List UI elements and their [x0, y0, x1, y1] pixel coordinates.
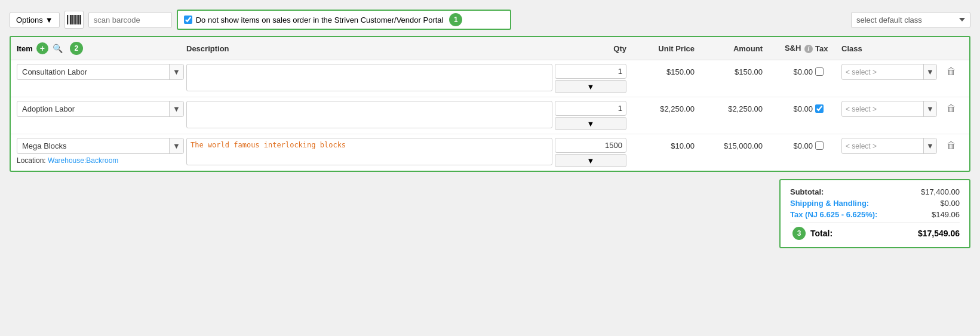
price-cell-3: $10.00 [629, 138, 695, 150]
qty-dropdown-arrow-2: ▼ [587, 119, 595, 128]
class-arrow-3[interactable]: ▼ [923, 138, 936, 153]
tax-cell-1 [815, 64, 839, 76]
item-dropdown-arrow-3[interactable]: ▼ [169, 138, 183, 153]
subtotal-label: Subtotal: [790, 187, 824, 196]
tax-value: $149.06 [912, 210, 960, 219]
tax-label: Tax (NJ 6.625 - 6.625%): [790, 210, 877, 219]
item-name-1: Consultation Labor [17, 64, 169, 79]
item-dropdown-arrow-2[interactable]: ▼ [169, 101, 183, 116]
item-name-3: Mega Blocks [17, 138, 169, 153]
portal-badge: 1 [449, 13, 462, 26]
toolbar: Options ▼ Do not show items on sales ord… [10, 10, 970, 30]
subtotal-value: $17,400.00 [912, 187, 960, 196]
qty-input-1[interactable] [555, 64, 626, 79]
item-select-2[interactable]: Adoption Labor ▼ [17, 101, 184, 117]
price-cell-1: $150.00 [629, 64, 695, 76]
table-row: Mega Blocks ▼ Location: Warehouse:Backro… [11, 134, 969, 171]
qty-cell-2: ▼ [555, 101, 626, 130]
items-table: Item + 🔍 2 Description Qty Unit Price Am… [10, 36, 970, 172]
th-class: Class [841, 44, 937, 53]
amount-cell-1: $150.00 [697, 64, 763, 76]
main-container: Options ▼ Do not show items on sales ord… [10, 10, 970, 326]
delete-button-2[interactable]: 🗑 [947, 103, 956, 114]
shipping-row: Shipping & Handling: $0.00 [790, 199, 960, 208]
th-description: Description [186, 44, 552, 53]
qty-cell-1: ▼ [555, 64, 626, 93]
th-tax: Tax [815, 44, 839, 53]
scan-input[interactable] [88, 12, 172, 28]
th-item: Item + 🔍 2 [17, 42, 184, 55]
table-badge: 2 [70, 42, 83, 55]
subtotal-row: Subtotal: $17,400.00 [790, 187, 960, 196]
sh-label: S&H [785, 44, 801, 53]
sh-cell-3: $0.00 [765, 138, 813, 150]
item-select-3[interactable]: Mega Blocks ▼ [17, 138, 184, 154]
totals-section: Subtotal: $17,400.00 Shipping & Handling… [10, 179, 970, 248]
tax-cell-3 [815, 138, 839, 150]
table-row: Consultation Labor ▼ ▼ $150.00 $150.00 $… [11, 60, 969, 97]
qty-input-3[interactable] [555, 138, 626, 153]
options-button[interactable]: Options ▼ [10, 12, 60, 28]
desc-textarea-2[interactable] [186, 101, 552, 128]
row-item-cell-2: Adoption Labor ▼ [17, 101, 184, 117]
shipping-value: $0.00 [912, 199, 960, 208]
portal-checkbox-container: Do not show items on sales order in the … [177, 10, 511, 30]
total-value: $17,549.06 [912, 229, 960, 238]
qty-dropdown-1[interactable]: ▼ [555, 80, 626, 93]
location-label: Location: [17, 156, 46, 165]
totals-badge: 3 [792, 227, 806, 240]
tax-checkbox-2[interactable] [815, 104, 824, 113]
totals-divider [790, 223, 960, 223]
class-select-2[interactable]: < select > ▼ [841, 101, 937, 117]
totals-box: Subtotal: $17,400.00 Shipping & Handling… [779, 179, 970, 248]
total-row: 3 Total: $17,549.06 [790, 227, 960, 240]
th-qty: Qty [555, 44, 626, 53]
qty-cell-3: ▼ [555, 138, 626, 167]
class-select-1[interactable]: < select > ▼ [841, 64, 937, 80]
row-item-cell-3: Mega Blocks ▼ Location: Warehouse:Backro… [17, 138, 184, 165]
portal-checkbox[interactable] [184, 16, 192, 24]
options-chevron-icon: ▼ [45, 16, 53, 24]
class-cell-3: < select > ▼ [841, 138, 937, 154]
class-select-3[interactable]: < select > ▼ [841, 138, 937, 154]
item-select-1[interactable]: Consultation Labor ▼ [17, 64, 184, 80]
th-amount: Amount [697, 44, 763, 53]
qty-dropdown-2[interactable]: ▼ [555, 117, 626, 130]
class-text-3: < select > [842, 139, 923, 153]
total-label: Total: [810, 229, 832, 238]
qty-input-2[interactable] [555, 101, 626, 116]
desc-cell-1 [186, 64, 552, 91]
class-cell-2: < select > ▼ [841, 101, 937, 117]
desc-textarea-1[interactable] [186, 64, 552, 91]
portal-checkbox-label: Do not show items on sales order in the … [196, 16, 444, 24]
delete-cell-3: 🗑 [939, 138, 963, 151]
sh-info-icon[interactable]: i [804, 45, 813, 53]
delete-button-3[interactable]: 🗑 [947, 140, 956, 151]
sh-cell-2: $0.00 [765, 101, 813, 113]
desc-textarea-3[interactable]: The world famous interlocking blocks [186, 138, 552, 165]
th-sh: S&H i [765, 44, 813, 53]
qty-dropdown-3[interactable]: ▼ [555, 154, 626, 167]
default-class-select[interactable]: select default class [851, 12, 970, 28]
tax-row: Tax (NJ 6.625 - 6.625%): $149.06 [790, 210, 960, 219]
class-text-1: < select > [842, 65, 923, 79]
desc-cell-3: The world famous interlocking blocks [186, 138, 552, 165]
th-unit-price: Unit Price [629, 44, 695, 53]
location-text-3: Location: Warehouse:Backroom [17, 156, 184, 165]
qty-dropdown-arrow-1: ▼ [587, 82, 595, 91]
qty-dropdown-arrow-3: ▼ [587, 156, 595, 165]
delete-button-1[interactable]: 🗑 [947, 66, 956, 77]
class-text-2: < select > [842, 102, 923, 116]
item-dropdown-arrow-1[interactable]: ▼ [169, 64, 183, 79]
search-item-button[interactable]: 🔍 [52, 42, 64, 54]
delete-cell-2: 🗑 [939, 101, 963, 114]
barcode-lines [67, 15, 81, 24]
class-arrow-2[interactable]: ▼ [923, 101, 936, 116]
add-item-button[interactable]: + [36, 42, 48, 54]
tax-cell-2 [815, 101, 839, 113]
tax-checkbox-1[interactable] [815, 67, 824, 76]
location-link[interactable]: Warehouse:Backroom [48, 156, 118, 165]
tax-checkbox-3[interactable] [815, 141, 824, 150]
delete-cell-1: 🗑 [939, 64, 963, 77]
class-arrow-1[interactable]: ▼ [923, 64, 936, 79]
